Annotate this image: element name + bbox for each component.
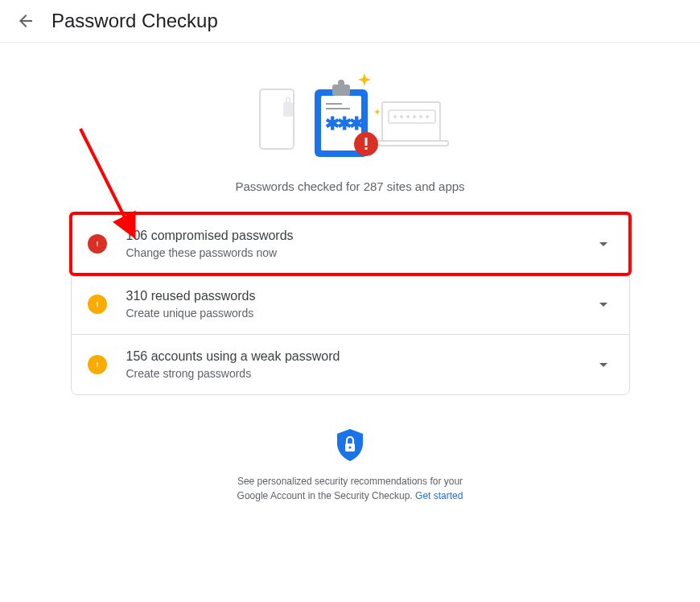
svg-rect-22: [365, 147, 368, 150]
chevron-down-icon: [594, 355, 613, 374]
svg-text:✱: ✱: [349, 113, 364, 134]
card-subtitle: Create strong passwords: [126, 367, 594, 380]
card-subtitle: Change these passwords now: [126, 246, 594, 259]
card-title: 156 accounts using a weak password: [126, 349, 594, 364]
card-content: 310 reused passwords Create unique passw…: [126, 289, 594, 320]
reused-passwords-card[interactable]: 310 reused passwords Create unique passw…: [72, 274, 629, 335]
svg-point-7: [406, 115, 410, 118]
svg-point-9: [419, 115, 422, 118]
page-title: Password Checkup: [51, 10, 218, 32]
svg-point-6: [400, 115, 403, 118]
main-content: ✱ ✱ ✱ Passwords checked for 287 sites an…: [0, 43, 700, 527]
svg-point-14: [338, 80, 344, 86]
card-title: 106 compromised passwords: [126, 229, 594, 243]
warning-icon: [88, 295, 107, 314]
svg-rect-2: [382, 102, 440, 141]
svg-point-10: [426, 115, 429, 118]
card-content: 156 accounts using a weak password Creat…: [126, 349, 594, 380]
svg-rect-3: [374, 141, 448, 146]
svg-point-8: [413, 115, 416, 118]
card-subtitle: Create unique passwords: [126, 307, 594, 320]
hero-illustration: ✱ ✱ ✱: [245, 67, 455, 163]
get-started-link[interactable]: Get started: [415, 490, 463, 501]
chevron-down-icon: [594, 295, 613, 314]
svg-rect-13: [332, 85, 350, 96]
alert-icon: [88, 234, 107, 254]
chevron-down-icon: [594, 234, 613, 254]
svg-rect-21: [365, 138, 368, 146]
footer: See personalized security recommendation…: [237, 427, 463, 503]
svg-rect-1: [283, 102, 293, 117]
back-arrow-icon[interactable]: [16, 11, 35, 31]
weak-passwords-card[interactable]: 156 accounts using a weak password Creat…: [72, 335, 629, 394]
footer-text: See personalized security recommendation…: [237, 474, 463, 503]
warning-icon: [88, 355, 107, 374]
svg-point-24: [348, 446, 351, 448]
svg-point-5: [393, 115, 397, 118]
footer-text-line2: Google Account in the Security Checkup.: [237, 490, 415, 501]
results-list: 106 compromised passwords Change these p…: [71, 213, 630, 395]
header: Password Checkup: [0, 0, 700, 43]
card-title: 310 reused passwords: [126, 289, 594, 303]
summary-text: Passwords checked for 287 sites and apps: [235, 179, 464, 193]
card-content: 106 compromised passwords Change these p…: [126, 229, 594, 259]
shield-icon: [334, 427, 366, 463]
footer-text-line1: See personalized security recommendation…: [237, 476, 463, 487]
compromised-passwords-card[interactable]: 106 compromised passwords Change these p…: [72, 214, 629, 274]
